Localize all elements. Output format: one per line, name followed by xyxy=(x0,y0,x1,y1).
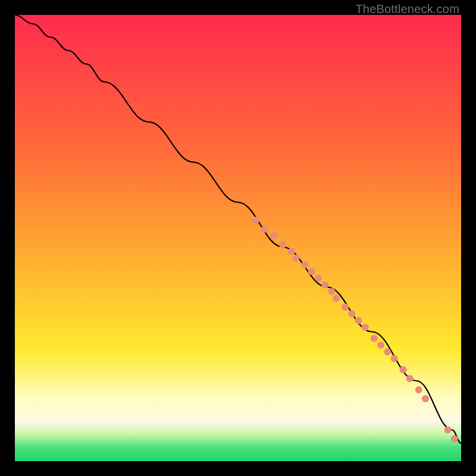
chart-frame xyxy=(15,15,461,461)
svg-rect-0 xyxy=(15,15,461,461)
chart-background-gradient xyxy=(15,15,461,461)
watermark-text: TheBottleneck.com xyxy=(355,2,459,16)
